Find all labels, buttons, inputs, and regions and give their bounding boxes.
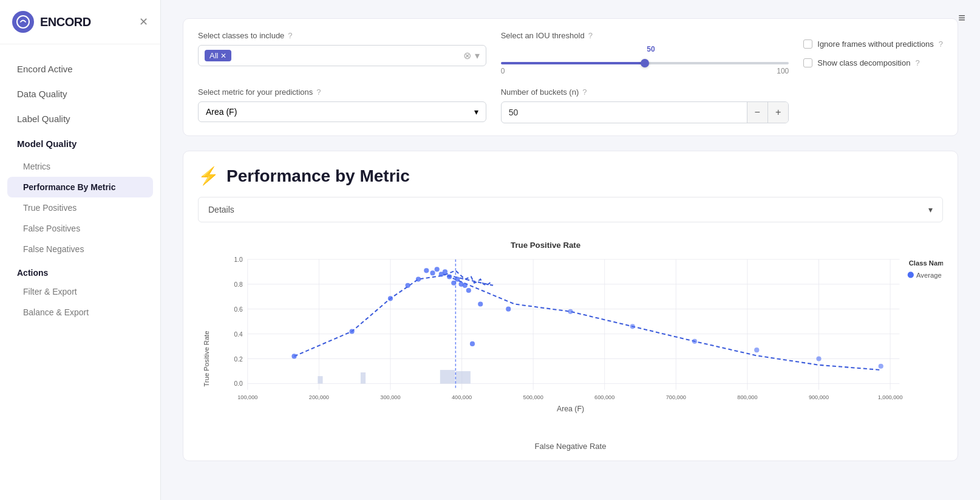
sidebar-item-false-positives[interactable]: False Positives <box>0 218 160 239</box>
sidebar-item-model-quality[interactable]: Model Quality <box>0 131 160 156</box>
svg-point-60 <box>568 309 573 314</box>
chart-title-row: ⚡ Performance by Metric <box>198 166 943 186</box>
sidebar: ENCORD ✕ Encord Active Data Quality Labe… <box>0 0 161 500</box>
svg-text:Area (F): Area (F) <box>557 405 584 413</box>
sidebar-item-metrics[interactable]: Metrics <box>0 156 160 177</box>
svg-text:900,000: 900,000 <box>809 394 829 400</box>
svg-text:Average: Average <box>916 272 942 279</box>
tag-remove-icon[interactable]: ✕ <box>220 52 226 60</box>
svg-text:Class Name: Class Name <box>909 259 943 267</box>
svg-rect-38 <box>361 372 366 383</box>
svg-point-46 <box>424 268 429 273</box>
svg-point-43 <box>388 296 393 301</box>
sidebar-item-balance-export[interactable]: Balance & Export <box>0 302 160 323</box>
svg-point-61 <box>630 324 635 329</box>
sidebar-item-data-quality[interactable]: Data Quality <box>0 81 160 106</box>
iou-control: Select an IOU threshold ? 50 0 100 <box>501 31 789 75</box>
svg-text:400,000: 400,000 <box>452 394 472 400</box>
sidebar-header: ENCORD ✕ <box>0 0 160 44</box>
svg-rect-39 <box>440 370 455 383</box>
performance-chart: True Positive Rate True Positive Rate <box>198 235 943 439</box>
main-content: ≡ Select classes to include ? All ✕ ⊗ ▾ <box>161 0 980 500</box>
chevron-down-icon[interactable]: ▾ <box>475 50 480 61</box>
svg-text:300,000: 300,000 <box>380 394 400 400</box>
sidebar-item-performance-by-metric[interactable]: Performance By Metric <box>7 177 153 197</box>
chart-area: True Positive Rate True Positive Rate <box>198 235 943 439</box>
svg-text:0.0: 0.0 <box>234 380 243 387</box>
sidebar-item-filter-export[interactable]: Filter & Export <box>0 281 160 302</box>
classes-help-icon[interactable]: ? <box>288 31 292 40</box>
chart-section: ⚡ Performance by Metric Details ▾ True P… <box>183 151 958 461</box>
classes-select[interactable]: All ✕ ⊗ ▾ <box>198 45 486 66</box>
svg-point-0 <box>17 16 29 28</box>
details-bar[interactable]: Details ▾ <box>198 197 943 222</box>
svg-point-58 <box>478 301 483 306</box>
svg-point-48 <box>435 267 440 272</box>
lightning-icon: ⚡ <box>198 166 219 186</box>
svg-point-44 <box>406 283 410 288</box>
sidebar-item-false-negatives[interactable]: False Negatives <box>0 239 160 259</box>
all-tag: All ✕ <box>205 50 231 61</box>
iou-slider-labels: 0 100 <box>501 67 789 75</box>
svg-point-64 <box>816 356 821 361</box>
buckets-increment-button[interactable]: + <box>767 102 788 123</box>
svg-point-51 <box>447 274 452 279</box>
svg-rect-37 <box>318 376 322 383</box>
metric-chevron-icon: ▾ <box>474 107 478 117</box>
buckets-help-icon[interactable]: ? <box>582 87 587 97</box>
details-chevron-icon: ▾ <box>928 205 933 214</box>
svg-text:200,000: 200,000 <box>309 394 329 400</box>
svg-text:800,000: 800,000 <box>737 394 757 400</box>
sidebar-item-label-quality[interactable]: Label Quality <box>0 106 160 131</box>
svg-point-62 <box>692 339 697 344</box>
svg-point-41 <box>291 354 296 358</box>
ignore-help-icon[interactable]: ? <box>939 39 943 49</box>
svg-text:500,000: 500,000 <box>523 394 543 400</box>
svg-text:True Positive Rate: True Positive Rate <box>511 241 580 250</box>
buckets-label: Number of buckets (n) ? <box>501 87 789 97</box>
iou-help-icon[interactable]: ? <box>588 31 593 40</box>
ignore-frames-checkbox[interactable]: Ignore frames without predictions ? <box>803 39 943 49</box>
svg-point-42 <box>349 329 354 334</box>
iou-slider-thumb[interactable] <box>641 59 649 67</box>
svg-point-47 <box>430 270 435 275</box>
svg-text:0.2: 0.2 <box>234 356 243 363</box>
show-decomposition-checkbox[interactable]: Show class decomposition ? <box>803 58 943 67</box>
svg-point-45 <box>416 277 421 282</box>
iou-slider-container: 50 0 100 <box>501 45 789 75</box>
classes-label: Select classes to include ? <box>198 31 486 40</box>
buckets-decrement-button[interactable]: − <box>747 102 767 123</box>
svg-text:0.4: 0.4 <box>234 331 243 338</box>
sidebar-item-encord-active[interactable]: Encord Active <box>0 57 160 81</box>
bottom-chart-label: False Negative Rate <box>198 442 943 451</box>
svg-text:0.6: 0.6 <box>234 306 243 313</box>
iou-slider-track[interactable] <box>501 62 789 64</box>
metric-label: Select metric for your predictions ? <box>198 87 486 97</box>
select-icons: ⊗ ▾ <box>463 50 480 61</box>
clear-icon[interactable]: ⊗ <box>463 50 471 61</box>
svg-point-65 <box>879 364 883 369</box>
metric-select[interactable]: Area (F) ▾ <box>198 101 486 122</box>
classes-control: Select classes to include ? All ✕ ⊗ ▾ <box>198 31 486 75</box>
sidebar-section-actions: Actions <box>0 259 160 281</box>
svg-text:100,000: 100,000 <box>237 394 257 400</box>
sidebar-nav: Encord Active Data Quality Label Quality… <box>0 44 160 500</box>
logo-icon <box>12 11 34 33</box>
show-decomposition-box[interactable] <box>803 58 812 67</box>
chart-title: Performance by Metric <box>226 166 410 186</box>
svg-point-63 <box>754 348 759 352</box>
svg-rect-40 <box>455 371 471 383</box>
controls-spacer <box>803 87 943 123</box>
decomp-help-icon[interactable]: ? <box>915 58 919 67</box>
sidebar-item-true-positives[interactable]: True Positives <box>0 197 160 218</box>
buckets-value: 50 <box>502 103 747 122</box>
logo-text: ENCORD <box>40 15 91 29</box>
metric-help-icon[interactable]: ? <box>316 87 321 97</box>
close-icon[interactable]: ✕ <box>139 15 148 29</box>
menu-icon[interactable]: ≡ <box>958 11 965 25</box>
svg-point-59 <box>506 307 511 312</box>
ignore-frames-box[interactable] <box>803 39 812 49</box>
svg-text:0.8: 0.8 <box>234 281 243 288</box>
logo-area: ENCORD <box>12 11 91 33</box>
svg-text:600,000: 600,000 <box>594 394 614 400</box>
